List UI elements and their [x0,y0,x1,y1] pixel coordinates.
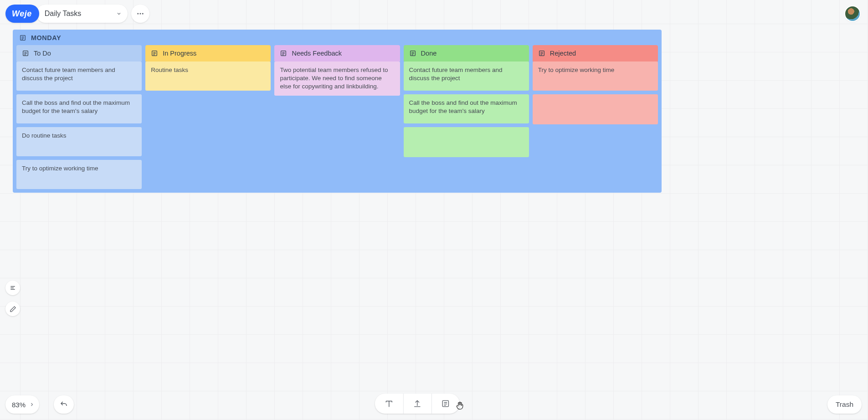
card[interactable] [533,94,658,124]
svg-point-2 [142,13,143,15]
column-inprogress[interactable]: In ProgressRoutine tasks [145,45,271,91]
list-icon [538,50,545,57]
card[interactable]: Routine tasks [145,61,271,91]
insert-toolbar [375,394,459,414]
column-label: Rejected [550,50,576,57]
list-icon [280,50,287,57]
card[interactable]: Try to optimize working time [16,160,142,189]
list-icon [409,50,416,57]
board-title-text: MONDAY [31,34,61,41]
zoom-control[interactable]: 83% [5,395,39,414]
user-avatar[interactable] [845,6,860,21]
undo-button[interactable] [54,395,74,414]
svg-point-0 [137,13,139,15]
column-label: Done [421,50,437,57]
column-header[interactable]: Rejected [533,45,658,61]
trash-label: Trash [836,400,853,409]
cards-list: Routine tasks [145,61,271,91]
column-header[interactable]: In Progress [145,45,271,61]
list-icon [22,50,29,57]
zoom-value: 83% [12,401,26,409]
app-logo[interactable]: Weje [5,5,39,23]
card[interactable] [404,127,529,157]
column-label: To Do [34,50,51,57]
card[interactable]: Try to optimize working time [533,61,658,91]
column-header[interactable]: Done [404,45,529,61]
text-tool-button[interactable] [375,394,403,414]
cards-list: Contact future team members and discuss … [16,61,142,189]
template-button[interactable] [431,394,459,414]
cards-list: Two potential team members refused to pa… [274,61,400,96]
chevron-down-icon[interactable] [116,10,122,17]
column-header[interactable]: Needs Feedback [274,45,400,61]
column-todo[interactable]: To DoContact future team members and dis… [16,45,142,189]
card[interactable]: Call the boss and find out the maximum b… [404,94,529,123]
header-bar: Weje Daily Tasks [5,5,149,23]
svg-point-1 [139,13,141,15]
upload-button[interactable] [403,394,431,414]
more-menu-button[interactable] [131,5,149,23]
column-header[interactable]: To Do [16,45,142,61]
column-label: In Progress [163,50,196,57]
card[interactable]: Contact future team members and discuss … [404,61,529,91]
cards-list: Contact future team members and discuss … [404,61,529,157]
card[interactable]: Call the boss and find out the maximum b… [16,94,142,123]
trash-button[interactable]: Trash [827,395,862,414]
column-label: Needs Feedback [292,50,342,57]
chevron-right-icon[interactable] [29,402,35,407]
cards-list: Try to optimize working time [533,61,658,124]
card[interactable]: Do routine tasks [16,127,142,156]
card[interactable]: Contact future team members and discuss … [16,61,142,91]
column-done[interactable]: DoneContact future team members and disc… [404,45,529,157]
list-icon [19,34,26,41]
board-name: Daily Tasks [45,10,111,18]
board-title-row: MONDAY [13,30,662,45]
board-name-pill[interactable]: Daily Tasks [36,5,128,23]
card[interactable]: Two potential team members refused to pa… [274,61,400,96]
column-rejected[interactable]: RejectedTry to optimize working time [533,45,658,124]
column-feedback[interactable]: Needs FeedbackTwo potential team members… [274,45,400,96]
list-icon [151,50,158,57]
side-menu-button[interactable] [5,281,20,295]
kanban-board[interactable]: MONDAY To DoContact future team members … [13,30,662,193]
edit-button[interactable] [5,302,20,316]
columns-container: To DoContact future team members and dis… [13,45,662,189]
